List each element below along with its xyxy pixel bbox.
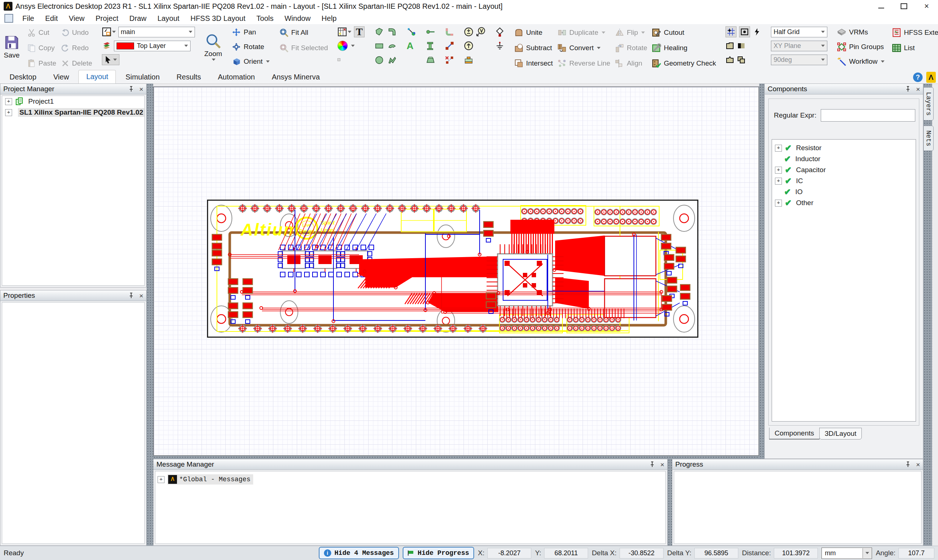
plus-minus-port-button[interactable] [464, 27, 473, 37]
pin-icon[interactable] [905, 86, 911, 92]
workflow-button[interactable]: Workflow [835, 54, 887, 69]
delete-button[interactable]: Delete [59, 56, 94, 70]
tab-automation[interactable]: Automation [211, 71, 262, 83]
tree-item-inductor[interactable]: ✔ Inductor [772, 154, 916, 165]
pcb-board[interactable]: AltiumLiveDesignSpiritLevel [207, 200, 698, 338]
current-probe-button[interactable] [464, 41, 473, 51]
paste-button[interactable]: Paste [25, 56, 59, 70]
unite-button[interactable]: Unite [512, 25, 555, 40]
close-icon[interactable]: × [660, 461, 664, 468]
subtract-button[interactable]: Subtract [512, 40, 555, 56]
pin-groups-button[interactable]: Pin Groups [835, 40, 887, 54]
minimize-button[interactable] [870, 0, 893, 12]
snap-angle-combobox[interactable]: 90deg [771, 55, 827, 65]
expander-icon[interactable]: + [775, 178, 782, 185]
menu-project[interactable]: Project [90, 12, 124, 24]
menu-help[interactable]: Help [316, 12, 342, 24]
healing-button[interactable]: Healing [650, 40, 719, 56]
close-icon[interactable]: × [139, 292, 143, 299]
intersect-button[interactable]: Intersect [512, 56, 555, 70]
draw-circle-button[interactable] [374, 55, 384, 65]
tab-3d-layout[interactable]: 3D/Layout [819, 428, 862, 440]
tab-layout[interactable]: Layout [79, 70, 116, 83]
check-icon[interactable]: ✔ [784, 154, 791, 164]
copy-button[interactable]: Copy [25, 40, 59, 56]
tree-item-other[interactable]: + ✔ Other [772, 197, 916, 208]
hfss-extents-button[interactable]: HFSS Extents [890, 25, 938, 40]
tree-item-capacitor[interactable]: + ✔ Capacitor [772, 165, 916, 175]
tab-results[interactable]: Results [169, 71, 208, 83]
check-icon[interactable]: ✔ [785, 143, 792, 153]
corner-button[interactable] [445, 27, 454, 37]
rotate-view-button[interactable]: Rotate [229, 40, 272, 54]
menu-tools[interactable]: Tools [251, 12, 279, 24]
tab-nets[interactable]: Nets [923, 126, 933, 151]
undo-button[interactable]: Undo [59, 25, 94, 40]
pan-button[interactable]: Pan [229, 25, 272, 40]
flip-button[interactable]: Flip [613, 25, 650, 40]
help-icon[interactable]: ? [913, 72, 923, 82]
text-tool-button[interactable]: T [354, 26, 365, 37]
menu-hfss-3d-layout[interactable]: HFSS 3D Layout [185, 12, 251, 24]
menu-layout[interactable]: Layout [152, 12, 185, 24]
convert-button[interactable]: Convert [555, 40, 613, 56]
polygon-mode-button[interactable] [725, 55, 734, 64]
overlap-mode-button[interactable] [737, 55, 745, 64]
draw-rectangle-button[interactable] [374, 41, 384, 51]
right-canvas-splitter[interactable] [759, 83, 764, 459]
draw-polygon-button[interactable] [374, 27, 384, 37]
fit-all-button[interactable]: Fit All [277, 25, 330, 40]
selection-filter-button[interactable] [102, 27, 116, 37]
fill-mode-button[interactable] [737, 42, 745, 50]
message-progress-splitter[interactable] [668, 459, 672, 546]
units-dropdown[interactable]: mm [821, 548, 872, 559]
expander-icon[interactable]: + [157, 476, 165, 483]
ground-button[interactable] [495, 41, 505, 51]
tree-item-project1[interactable]: + Project1 [2, 96, 144, 107]
layer-combobox[interactable]: Top Layer [114, 41, 191, 51]
cut-button[interactable]: Cut [25, 25, 59, 40]
pin-icon[interactable] [905, 462, 911, 467]
expander-icon[interactable]: + [5, 109, 12, 116]
probe-button[interactable] [407, 27, 416, 37]
close-icon[interactable]: × [916, 461, 920, 468]
duplicate-button[interactable]: Duplicate [555, 25, 613, 40]
color-wheel-icon[interactable] [337, 41, 348, 51]
pin-icon[interactable] [128, 86, 134, 92]
stackup-view-button[interactable] [337, 27, 351, 37]
pin-icon[interactable] [128, 292, 134, 298]
menu-draw[interactable]: Draw [124, 12, 152, 24]
close-icon[interactable]: × [139, 86, 143, 93]
save-button[interactable]: Save [0, 24, 23, 69]
pin-button[interactable] [426, 27, 435, 37]
reverse-line-button[interactable]: Reverse Line [555, 56, 613, 70]
expander-icon[interactable]: + [775, 200, 782, 206]
zoom-button[interactable]: Zoom [201, 24, 226, 69]
tab-simulation[interactable]: Simulation [118, 71, 167, 83]
hide-messages-button[interactable]: i Hide 4 Messages [319, 547, 399, 559]
align-button[interactable]: Align [613, 56, 650, 70]
orient-button[interactable]: Orient [229, 54, 272, 69]
tab-desktop[interactable]: Desktop [2, 71, 44, 83]
vrms-button[interactable]: VRMs [835, 25, 887, 40]
tab-ansys-minerva[interactable]: Ansys Minerva [265, 71, 327, 83]
layer-stack-button[interactable] [464, 55, 473, 65]
geometry-check-button[interactable]: Geometry Check [650, 56, 719, 70]
redo-button[interactable]: Redo [59, 40, 94, 56]
list-button[interactable]: List [890, 40, 938, 56]
tree-item-io[interactable]: ✔ IO [772, 186, 916, 197]
tab-layers[interactable]: Layers [923, 87, 933, 120]
electrical-snap-button[interactable] [753, 28, 761, 36]
delete-node-button[interactable] [445, 55, 454, 65]
message-tree-root[interactable]: + Λ *Global - Messages [157, 474, 665, 485]
tree-item-resistor[interactable]: + ✔ Resistor [772, 143, 916, 154]
grid-toggle-button[interactable] [337, 58, 340, 61]
tab-components[interactable]: Components [769, 428, 819, 440]
via-button[interactable] [426, 41, 435, 51]
close-icon[interactable]: × [916, 86, 920, 93]
expander-icon[interactable]: + [775, 167, 782, 174]
port-button[interactable] [495, 27, 505, 37]
check-icon[interactable]: ✔ [784, 187, 791, 197]
menu-file[interactable]: File [17, 12, 40, 24]
menu-edit[interactable]: Edit [40, 12, 63, 24]
